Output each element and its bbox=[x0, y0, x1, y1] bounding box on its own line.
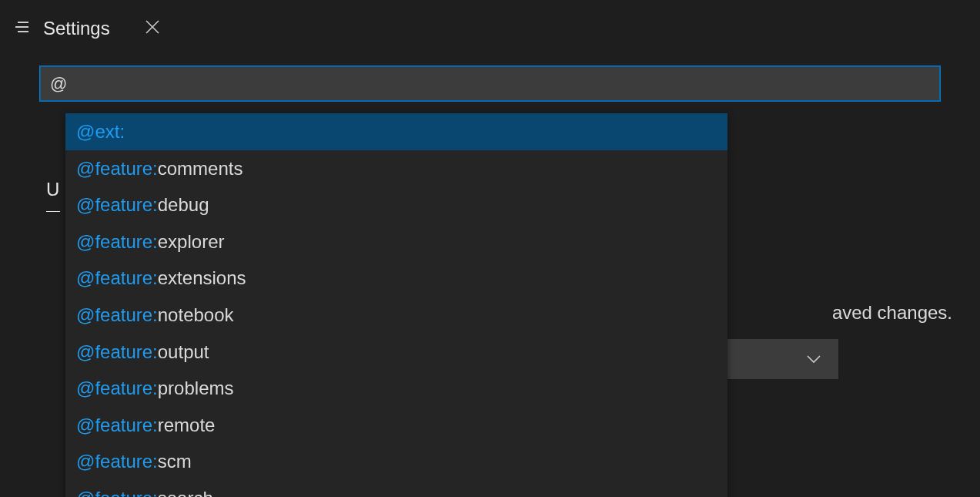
titlebar: Settings bbox=[0, 0, 980, 57]
suggestion-item[interactable]: @feature:output bbox=[65, 334, 727, 371]
settings-search-input[interactable] bbox=[40, 66, 940, 101]
menu-icon[interactable] bbox=[15, 18, 31, 39]
suggestion-item[interactable]: @feature:explorer bbox=[65, 223, 727, 260]
suggestion-item[interactable]: @feature:extensions bbox=[65, 260, 727, 297]
search-container bbox=[0, 57, 980, 110]
body-partial-text: aved changes. bbox=[832, 302, 952, 324]
page-title: Settings bbox=[43, 18, 110, 39]
suggestion-item[interactable]: @feature:problems bbox=[65, 370, 727, 407]
tab-user[interactable]: U bbox=[46, 179, 60, 212]
dropdown-control[interactable] bbox=[724, 339, 838, 379]
suggestion-item[interactable]: @feature:comments bbox=[65, 150, 727, 187]
suggestion-item[interactable]: @feature:search bbox=[65, 480, 727, 497]
suggestion-item[interactable]: @feature:scm bbox=[65, 443, 727, 480]
suggestion-item[interactable]: @feature:notebook bbox=[65, 297, 727, 334]
suggestion-item[interactable]: @ext: bbox=[65, 113, 727, 150]
close-icon[interactable] bbox=[141, 15, 164, 42]
suggestions-popup: @ext:@feature:comments@feature:debug@fea… bbox=[65, 113, 727, 497]
suggestion-item[interactable]: @feature:remote bbox=[65, 407, 727, 444]
suggestion-item[interactable]: @feature:debug bbox=[65, 186, 727, 223]
